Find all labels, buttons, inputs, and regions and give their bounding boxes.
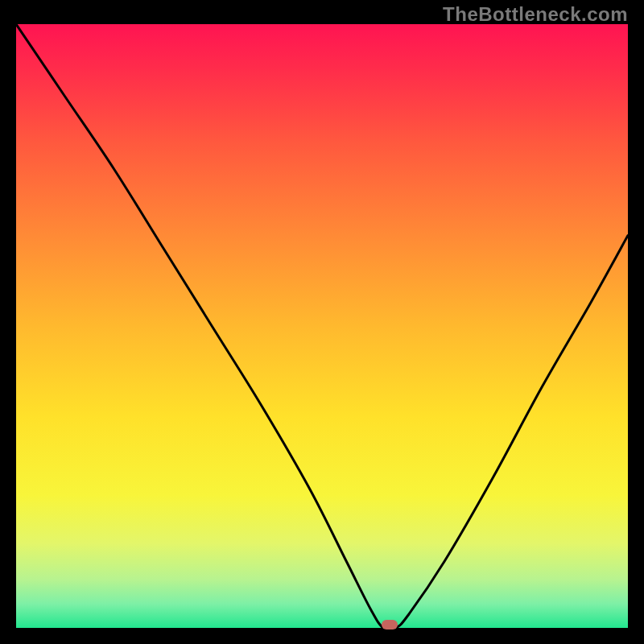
bottleneck-curve xyxy=(16,24,628,628)
curve-layer xyxy=(16,24,628,628)
plot-area xyxy=(16,24,628,628)
chart-frame: TheBottleneck.com xyxy=(0,0,644,644)
watermark-text: TheBottleneck.com xyxy=(443,3,628,26)
min-marker xyxy=(382,620,398,630)
